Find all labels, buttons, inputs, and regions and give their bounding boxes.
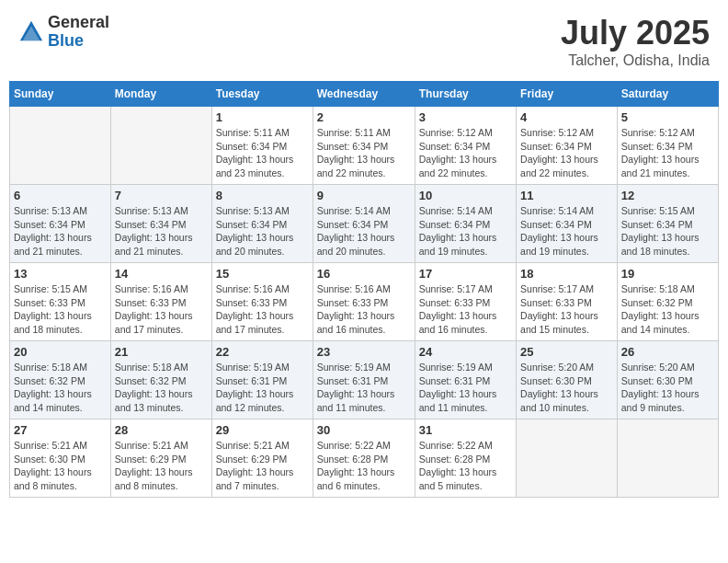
calendar-cell: 23Sunrise: 5:19 AMSunset: 6:31 PMDayligh… [313, 341, 415, 419]
calendar-cell: 8Sunrise: 5:13 AMSunset: 6:34 PMDaylight… [211, 185, 313, 263]
calendar-cell: 10Sunrise: 5:14 AMSunset: 6:34 PMDayligh… [415, 185, 516, 263]
logo-icon [18, 19, 44, 45]
day-detail: Sunrise: 5:15 AMSunset: 6:34 PMDaylight:… [621, 204, 714, 259]
day-number: 5 [621, 110, 714, 124]
weekday-header-row: SundayMondayTuesdayWednesdayThursdayFrid… [10, 82, 719, 107]
calendar-cell: 12Sunrise: 5:15 AMSunset: 6:34 PMDayligh… [617, 185, 718, 263]
title-block: July 2025 Talcher, Odisha, India [561, 14, 710, 69]
day-detail: Sunrise: 5:14 AMSunset: 6:34 PMDaylight:… [317, 204, 411, 259]
day-number: 4 [520, 110, 613, 124]
month-title: July 2025 [561, 14, 710, 52]
day-number: 20 [14, 345, 107, 359]
calendar-cell: 14Sunrise: 5:16 AMSunset: 6:33 PMDayligh… [110, 263, 211, 341]
day-number: 27 [14, 423, 107, 437]
calendar-cell: 15Sunrise: 5:16 AMSunset: 6:33 PMDayligh… [211, 263, 313, 341]
day-number: 19 [621, 267, 714, 281]
day-detail: Sunrise: 5:13 AMSunset: 6:34 PMDaylight:… [115, 204, 208, 259]
day-detail: Sunrise: 5:11 AMSunset: 6:34 PMDaylight:… [216, 126, 309, 180]
day-detail: Sunrise: 5:19 AMSunset: 6:31 PMDaylight:… [419, 361, 512, 415]
calendar-cell: 1Sunrise: 5:11 AMSunset: 6:34 PMDaylight… [211, 107, 313, 185]
day-number: 17 [419, 267, 512, 281]
weekday-header: Sunday [10, 82, 111, 107]
calendar-cell: 9Sunrise: 5:14 AMSunset: 6:34 PMDaylight… [313, 185, 415, 263]
day-number: 30 [317, 423, 411, 437]
calendar-cell: 31Sunrise: 5:22 AMSunset: 6:28 PMDayligh… [415, 419, 516, 498]
day-number: 7 [115, 189, 208, 202]
calendar-cell: 11Sunrise: 5:14 AMSunset: 6:34 PMDayligh… [517, 185, 618, 263]
day-number: 1 [216, 110, 309, 124]
logo-general: General [48, 14, 109, 32]
calendar-cell: 29Sunrise: 5:21 AMSunset: 6:29 PMDayligh… [211, 419, 313, 498]
day-number: 21 [115, 345, 208, 359]
day-detail: Sunrise: 5:16 AMSunset: 6:33 PMDaylight:… [216, 282, 309, 337]
calendar-cell: 16Sunrise: 5:16 AMSunset: 6:33 PMDayligh… [313, 263, 415, 341]
day-detail: Sunrise: 5:12 AMSunset: 6:34 PMDaylight:… [621, 126, 714, 180]
calendar-table: SundayMondayTuesdayWednesdayThursdayFrid… [9, 81, 719, 498]
day-number: 22 [216, 345, 309, 359]
calendar-cell: 30Sunrise: 5:22 AMSunset: 6:28 PMDayligh… [313, 419, 415, 498]
day-detail: Sunrise: 5:12 AMSunset: 6:34 PMDaylight:… [419, 126, 512, 180]
calendar-cell: 19Sunrise: 5:18 AMSunset: 6:32 PMDayligh… [617, 263, 718, 341]
day-detail: Sunrise: 5:18 AMSunset: 6:32 PMDaylight:… [115, 361, 208, 415]
day-number: 11 [520, 189, 613, 202]
calendar-cell: 26Sunrise: 5:20 AMSunset: 6:30 PMDayligh… [617, 341, 718, 419]
day-detail: Sunrise: 5:16 AMSunset: 6:33 PMDaylight:… [115, 282, 208, 337]
day-detail: Sunrise: 5:18 AMSunset: 6:32 PMDaylight:… [621, 282, 714, 337]
day-detail: Sunrise: 5:22 AMSunset: 6:28 PMDaylight:… [317, 439, 411, 493]
logo-text: General Blue [48, 14, 109, 51]
day-number: 31 [419, 423, 512, 437]
day-detail: Sunrise: 5:19 AMSunset: 6:31 PMDaylight:… [216, 361, 309, 415]
page-header: General Blue July 2025 Talcher, Odisha, … [9, 9, 719, 74]
weekday-header: Wednesday [313, 82, 415, 107]
day-detail: Sunrise: 5:21 AMSunset: 6:29 PMDaylight:… [216, 439, 309, 493]
calendar-cell: 13Sunrise: 5:15 AMSunset: 6:33 PMDayligh… [10, 263, 111, 341]
day-detail: Sunrise: 5:17 AMSunset: 6:33 PMDaylight:… [520, 282, 613, 337]
day-number: 10 [419, 189, 512, 202]
day-number: 16 [317, 267, 411, 281]
calendar-cell: 7Sunrise: 5:13 AMSunset: 6:34 PMDaylight… [110, 185, 211, 263]
day-number: 24 [419, 345, 512, 359]
day-detail: Sunrise: 5:17 AMSunset: 6:33 PMDaylight:… [419, 282, 512, 337]
logo: General Blue [18, 14, 109, 51]
day-detail: Sunrise: 5:14 AMSunset: 6:34 PMDaylight:… [419, 204, 512, 259]
calendar-cell [517, 419, 618, 498]
calendar-cell: 3Sunrise: 5:12 AMSunset: 6:34 PMDaylight… [415, 107, 516, 185]
calendar-cell: 27Sunrise: 5:21 AMSunset: 6:30 PMDayligh… [10, 419, 111, 498]
day-detail: Sunrise: 5:21 AMSunset: 6:29 PMDaylight:… [115, 439, 208, 493]
calendar-week-row: 6Sunrise: 5:13 AMSunset: 6:34 PMDaylight… [10, 185, 719, 263]
calendar-cell: 6Sunrise: 5:13 AMSunset: 6:34 PMDaylight… [10, 185, 111, 263]
calendar-cell [110, 107, 211, 185]
day-detail: Sunrise: 5:21 AMSunset: 6:30 PMDaylight:… [14, 439, 107, 493]
calendar-cell: 22Sunrise: 5:19 AMSunset: 6:31 PMDayligh… [211, 341, 313, 419]
calendar-cell: 5Sunrise: 5:12 AMSunset: 6:34 PMDaylight… [617, 107, 718, 185]
weekday-header: Thursday [415, 82, 516, 107]
day-detail: Sunrise: 5:20 AMSunset: 6:30 PMDaylight:… [621, 361, 714, 415]
calendar-cell: 24Sunrise: 5:19 AMSunset: 6:31 PMDayligh… [415, 341, 516, 419]
day-number: 13 [14, 267, 107, 281]
calendar-week-row: 1Sunrise: 5:11 AMSunset: 6:34 PMDaylight… [10, 107, 719, 185]
day-number: 12 [621, 189, 714, 202]
location: Talcher, Odisha, India [561, 52, 710, 69]
day-detail: Sunrise: 5:13 AMSunset: 6:34 PMDaylight:… [216, 204, 309, 259]
calendar-cell: 20Sunrise: 5:18 AMSunset: 6:32 PMDayligh… [10, 341, 111, 419]
calendar-cell: 2Sunrise: 5:11 AMSunset: 6:34 PMDaylight… [313, 107, 415, 185]
day-number: 3 [419, 110, 512, 124]
day-number: 6 [14, 189, 107, 202]
day-detail: Sunrise: 5:22 AMSunset: 6:28 PMDaylight:… [419, 439, 512, 493]
weekday-header: Tuesday [211, 82, 313, 107]
day-number: 29 [216, 423, 309, 437]
calendar-cell [10, 107, 111, 185]
day-number: 23 [317, 345, 411, 359]
day-number: 26 [621, 345, 714, 359]
calendar-week-row: 27Sunrise: 5:21 AMSunset: 6:30 PMDayligh… [10, 419, 719, 498]
day-detail: Sunrise: 5:20 AMSunset: 6:30 PMDaylight:… [520, 361, 613, 415]
day-detail: Sunrise: 5:12 AMSunset: 6:34 PMDaylight:… [520, 126, 613, 180]
calendar-week-row: 20Sunrise: 5:18 AMSunset: 6:32 PMDayligh… [10, 341, 719, 419]
day-detail: Sunrise: 5:16 AMSunset: 6:33 PMDaylight:… [317, 282, 411, 337]
day-detail: Sunrise: 5:11 AMSunset: 6:34 PMDaylight:… [317, 126, 411, 180]
day-detail: Sunrise: 5:13 AMSunset: 6:34 PMDaylight:… [14, 204, 107, 259]
day-number: 28 [115, 423, 208, 437]
calendar-cell: 4Sunrise: 5:12 AMSunset: 6:34 PMDaylight… [517, 107, 618, 185]
calendar-cell: 17Sunrise: 5:17 AMSunset: 6:33 PMDayligh… [415, 263, 516, 341]
calendar-cell: 28Sunrise: 5:21 AMSunset: 6:29 PMDayligh… [110, 419, 211, 498]
